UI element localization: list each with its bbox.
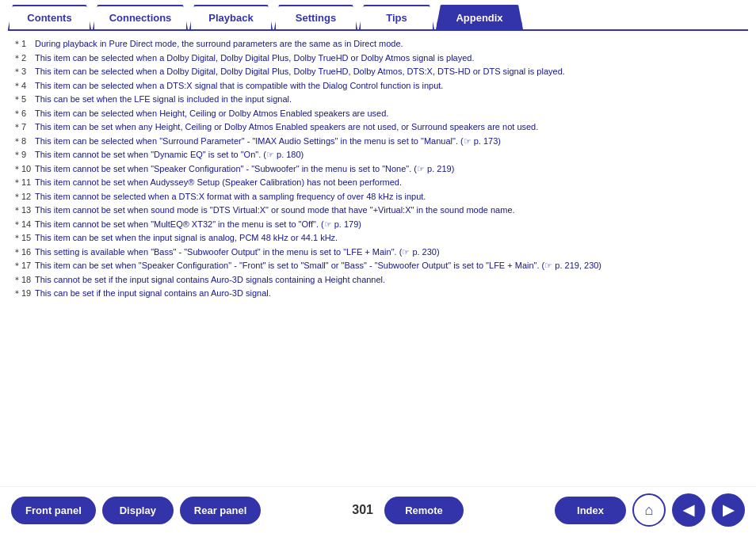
list-item: ＊2 This item can be selected when a Dolb… [13,51,743,65]
footnote-text: This item can be selected when Height, C… [35,107,388,120]
main-content: ＊1 During playback in Pure Direct mode, … [0,31,756,486]
footnote-text: This item can be selected when a Dolby D… [35,51,475,65]
tab-playback[interactable]: Playback [189,5,273,29]
footnote-text: This item cannot be set when Audyssey® S… [35,176,402,189]
list-item: ＊5 This can be set when the LFE signal i… [13,93,743,106]
footnote-marker: ＊11 [13,176,35,189]
list-item: ＊7 This item can be set when any Height,… [13,120,743,134]
next-icon: ▶ [723,501,734,519]
display-button[interactable]: Display [102,497,174,524]
list-item: ＊3 This item can be selected when a Dolb… [13,65,743,78]
list-item: ＊16 This setting is available when "Bass… [13,246,743,259]
footnote-marker: ＊3 [13,65,35,78]
list-item: ＊4 This item can be selected when a DTS:… [13,79,743,93]
list-item: ＊1 During playback in Pure Direct mode, … [13,37,743,51]
footnote-text: This item can be set when any Height, Ce… [35,120,538,134]
footnote-text: This item can be selected when a DTS:X s… [35,79,443,93]
footnote-text: This item can be set when the input sign… [35,231,338,245]
footnote-list: ＊1 During playback in Pure Direct mode, … [13,37,743,300]
list-item: ＊19 This can be set if the input signal … [13,287,743,300]
footnote-marker: ＊2 [13,51,35,65]
prev-icon: ◀ [683,501,694,519]
footnote-marker: ＊6 [13,107,35,120]
footnote-text: This item can be set when "Speaker Confi… [35,259,601,272]
home-button[interactable]: ⌂ [632,493,666,527]
list-item: ＊11 This item cannot be set when Audysse… [13,176,743,189]
footnote-text: This can be set if the input signal cont… [35,287,271,300]
tab-tips-label: Tips [386,12,407,24]
list-item: ＊13 This item cannot be set when sound m… [13,204,743,217]
footnote-marker: ＊5 [13,93,35,106]
footnote-text: During playback in Pure Direct mode, the… [35,37,403,51]
index-button[interactable]: Index [555,497,626,524]
footnote-marker: ＊15 [13,231,35,245]
footnote-marker: ＊19 [13,287,35,300]
footnote-marker: ＊10 [13,162,35,176]
tab-playback-label: Playback [208,12,253,24]
next-button[interactable]: ▶ [712,493,745,527]
footnote-text: This can be set when the LFE signal is i… [35,93,292,106]
tab-contents-label: Contents [27,12,71,24]
footnote-marker: ＊1 [13,37,35,51]
tab-appendix-label: Appendix [456,12,502,24]
footnote-text: This cannot be set if the input signal c… [35,273,385,287]
list-item: ＊9 This item cannot be set when "Dynamic… [13,148,743,162]
prev-button[interactable]: ◀ [672,493,705,527]
tab-connections[interactable]: Connections [93,5,188,29]
rear-panel-button[interactable]: Rear panel [180,497,261,524]
footnote-text: This item cannot be selected when a DTS:… [35,190,426,204]
footnote-marker: ＊4 [13,79,35,93]
list-item: ＊15 This item can be set when the input … [13,231,743,245]
footnote-marker: ＊12 [13,190,35,204]
tab-appendix[interactable]: Appendix [436,5,523,29]
footnote-marker: ＊13 [13,204,35,217]
footnote-marker: ＊9 [13,148,35,162]
tab-settings-label: Settings [296,12,336,24]
front-panel-button[interactable]: Front panel [11,497,96,524]
footnote-text: This setting is available when "Bass" - … [35,246,440,259]
bottom-nav: Front panel Display Rear panel 301 Remot… [0,486,756,533]
footnote-marker: ＊14 [13,218,35,231]
footnote-text: This item can be selected when a Dolby D… [35,65,565,78]
list-item: ＊12 This item cannot be selected when a … [13,190,743,204]
footnote-marker: ＊7 [13,120,35,134]
list-item: ＊10 This item cannot be set when "Speake… [13,162,743,176]
footnote-marker: ＊16 [13,246,35,259]
tab-settings[interactable]: Settings [274,5,357,29]
list-item: ＊6 This item can be selected when Height… [13,107,743,120]
page-number: 301 [352,503,373,517]
footnote-text: This item cannot be set when "Dynamic EQ… [35,148,304,162]
list-item: ＊14 This item cannot be set when "MultEQ… [13,218,743,231]
list-item: ＊17 This item can be set when "Speaker C… [13,259,743,272]
footnote-text: This item cannot be set when "Speaker Co… [35,162,454,176]
footnote-text: This item cannot be set when sound mode … [35,204,515,217]
list-item: ＊18 This cannot be set if the input sign… [13,273,743,287]
footnote-text: This item cannot be set when "MultEQ® XT… [35,218,361,231]
footnote-text: This item can be selected when "Surround… [35,135,501,148]
footnote-marker: ＊17 [13,259,35,272]
tab-tips[interactable]: Tips [359,5,434,29]
tab-connections-label: Connections [109,12,172,24]
tab-contents[interactable]: Contents [8,5,91,29]
home-icon: ⌂ [645,502,654,519]
remote-button[interactable]: Remote [384,497,464,524]
footnote-marker: ＊18 [13,273,35,287]
footnote-marker: ＊8 [13,135,35,148]
list-item: ＊8 This item can be selected when "Surro… [13,135,743,148]
